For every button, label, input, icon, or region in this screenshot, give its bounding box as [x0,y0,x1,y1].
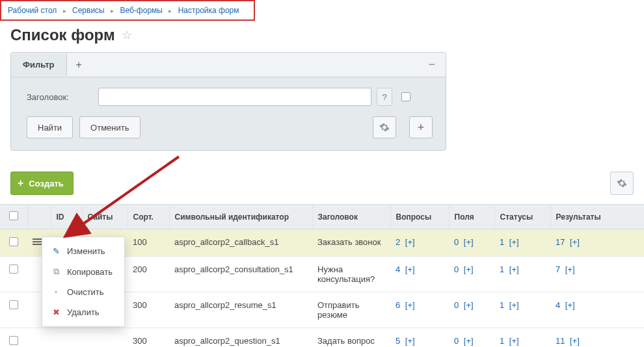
cell-sort: 200 [127,257,169,292]
chevron-right-icon: ▸ [111,7,114,14]
col-sid[interactable]: Символьный идентификатор [169,205,312,229]
row-context-menu: ✎ Изменить ⧉ Копировать • Очистить ✖ Уда… [42,237,125,327]
filter-settings-button[interactable] [373,116,396,138]
add-result-button[interactable]: [+] [565,300,575,310]
add-question-button[interactable]: [+] [405,336,415,346]
add-question-button[interactable]: [+] [405,300,415,310]
row-checkbox[interactable] [9,237,18,246]
cell-title: Нужна консультация? [312,257,390,292]
menu-copy[interactable]: ⧉ Копировать [42,261,124,282]
cell-fields: 0 [+] [449,257,494,292]
add-result-button[interactable]: [+] [570,237,580,247]
cell-fields: 0 [+] [449,328,494,348]
count-link[interactable]: 0 [454,336,459,346]
filter-title-label: Заголовок: [27,92,98,102]
copy-icon: ⧉ [50,266,62,277]
col-sites[interactable]: Сайты [82,205,127,229]
gear-icon [379,122,390,133]
menu-delete[interactable]: ✖ Удалить [42,302,124,322]
cell-statuses: 1 [+] [494,292,550,328]
tab-filter[interactable]: Фильтр [11,53,67,76]
count-link[interactable]: 0 [454,300,459,310]
col-fields[interactable]: Поля [449,205,494,229]
breadcrumb: Рабочий стол ▸ Сервисы ▸ Веб-формы ▸ Нас… [0,0,255,21]
count-link[interactable]: 7 [556,264,560,274]
filter-panel: Фильтр + − Заголовок: ? Найти Отменить + [10,52,446,151]
find-button[interactable]: Найти [27,116,73,138]
gear-icon [617,178,627,188]
add-status-button[interactable]: [+] [509,336,519,346]
count-link[interactable]: 2 [396,237,400,247]
cell-sort: 100 [127,229,169,257]
menu-clear[interactable]: • Очистить [42,282,124,302]
add-question-button[interactable]: [+] [405,264,415,274]
cell-sid: aspro_allcorp2_resume_s1 [169,292,312,328]
row-checkbox[interactable] [9,264,18,274]
filter-add-button[interactable]: + [409,116,433,138]
star-icon[interactable]: ☆ [122,28,132,42]
create-button-label: Создать [29,179,63,188]
col-statuses[interactable]: Статусы [494,205,550,229]
tab-add-button[interactable]: + [67,54,91,76]
chevron-right-icon: ▸ [63,7,66,14]
cell-sort: 300 [127,292,169,328]
cell-title: Заказать звонок [312,229,390,257]
row-checkbox[interactable] [9,300,18,309]
breadcrumb-item[interactable]: Сервисы [72,6,105,15]
count-link[interactable]: 1 [500,300,504,310]
cell-sort: 300 [127,328,169,348]
cell-fields: 0 [+] [449,292,494,328]
cell-results: 4 [+] [550,292,644,328]
grid-settings-button[interactable] [610,172,634,195]
delete-icon: ✖ [50,307,62,317]
add-result-button[interactable]: [+] [565,264,575,274]
cell-fields: 0 [+] [449,229,494,257]
count-link[interactable]: 5 [396,336,400,346]
count-link[interactable]: 6 [396,300,400,310]
filter-title-input[interactable] [98,88,371,106]
add-field-button[interactable]: [+] [464,336,474,346]
row-menu-button[interactable] [33,237,42,246]
col-id[interactable]: ID [51,205,82,229]
add-status-button[interactable]: [+] [509,237,519,247]
cell-sid: aspro_allcorp2_question_s1 [169,328,312,348]
count-link[interactable]: 4 [396,264,400,274]
cell-results: 11 [+] [550,328,644,348]
col-results[interactable]: Результаты [550,205,644,229]
count-link[interactable]: 0 [454,237,459,247]
cell-sid: aspro_allcorp2_consultation_s1 [169,257,312,292]
breadcrumb-item[interactable]: Веб-формы [120,6,163,15]
col-title[interactable]: Заголовок [312,205,390,229]
filter-checkbox[interactable] [401,92,410,101]
row-checkbox[interactable] [9,336,18,345]
table-row: 300aspro_allcorp2_question_s1Задать вопр… [0,328,644,348]
add-status-button[interactable]: [+] [509,300,519,310]
create-button[interactable]: + Создать [10,172,74,195]
col-questions[interactable]: Вопросы [390,205,449,229]
col-sort[interactable]: Сорт. [127,205,169,229]
cell-results: 17 [+] [550,229,644,257]
add-question-button[interactable]: [+] [405,237,415,247]
breadcrumb-item[interactable]: Рабочий стол [8,6,57,15]
dot-icon: • [50,287,62,297]
cell-id [51,328,82,348]
select-all-checkbox[interactable] [9,211,18,220]
count-link[interactable]: 11 [556,336,565,346]
add-status-button[interactable]: [+] [509,264,519,274]
count-link[interactable]: 0 [454,264,459,274]
cell-statuses: 1 [+] [494,328,550,348]
add-field-button[interactable]: [+] [464,264,474,274]
count-link[interactable]: 17 [556,237,565,247]
count-link[interactable]: 1 [500,336,504,346]
add-field-button[interactable]: [+] [464,237,474,247]
help-icon[interactable]: ? [377,88,392,106]
add-result-button[interactable]: [+] [570,336,580,346]
breadcrumb-item[interactable]: Настройка форм [178,6,239,15]
count-link[interactable]: 1 [500,237,504,247]
menu-edit[interactable]: ✎ Изменить [42,241,124,261]
collapse-button[interactable]: − [418,53,446,77]
count-link[interactable]: 1 [500,264,504,274]
cancel-button[interactable]: Отменить [79,116,140,138]
add-field-button[interactable]: [+] [464,300,474,310]
count-link[interactable]: 4 [556,300,560,310]
